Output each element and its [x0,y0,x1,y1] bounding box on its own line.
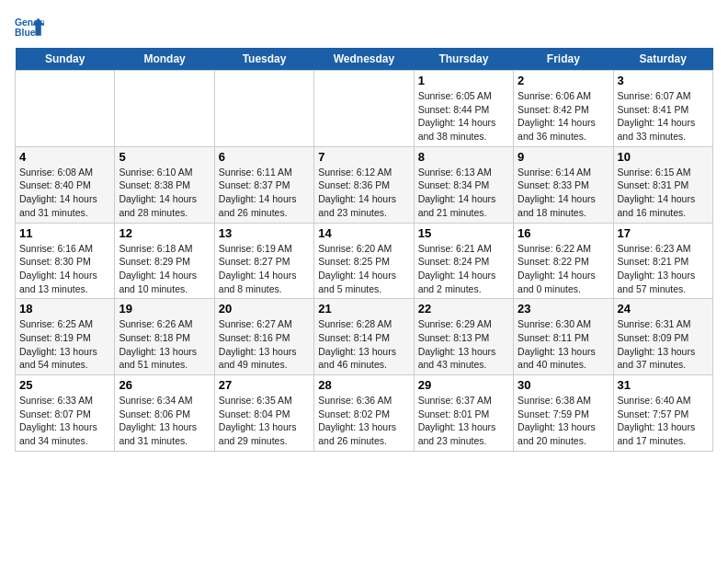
calendar-cell: 3Sunrise: 6:07 AM Sunset: 8:41 PM Daylig… [613,71,712,147]
calendar-cell: 13Sunrise: 6:19 AM Sunset: 8:27 PM Dayli… [214,223,313,299]
calendar-cell: 12Sunrise: 6:18 AM Sunset: 8:29 PM Dayli… [115,223,214,299]
calendar-cell: 31Sunrise: 6:40 AM Sunset: 7:57 PM Dayli… [613,375,712,452]
day-info: Sunrise: 6:34 AM Sunset: 8:06 PM Dayligh… [119,394,210,448]
calendar-week-5: 25Sunrise: 6:33 AM Sunset: 8:07 PM Dayli… [16,375,713,452]
day-info: Sunrise: 6:37 AM Sunset: 8:01 PM Dayligh… [418,394,509,448]
calendar-cell: 7Sunrise: 6:12 AM Sunset: 8:36 PM Daylig… [314,146,414,223]
day-info: Sunrise: 6:22 AM Sunset: 8:22 PM Dayligh… [518,242,609,296]
day-number: 28 [318,378,409,392]
calendar-week-3: 11Sunrise: 6:16 AM Sunset: 8:30 PM Dayli… [16,223,713,299]
day-number: 26 [119,378,210,392]
calendar-cell: 15Sunrise: 6:21 AM Sunset: 8:24 PM Dayli… [414,223,513,299]
day-number: 16 [518,226,609,240]
calendar-cell [214,71,313,147]
day-number: 24 [618,302,709,316]
calendar-cell: 29Sunrise: 6:37 AM Sunset: 8:01 PM Dayli… [414,375,513,452]
day-number: 11 [19,226,110,240]
calendar-cell: 11Sunrise: 6:16 AM Sunset: 8:30 PM Dayli… [16,223,115,299]
logo-icon: General Blue [15,15,44,40]
day-number: 14 [318,226,409,240]
day-number: 29 [418,378,509,392]
day-info: Sunrise: 6:21 AM Sunset: 8:24 PM Dayligh… [418,242,509,296]
day-info: Sunrise: 6:18 AM Sunset: 8:29 PM Dayligh… [119,242,210,296]
day-info: Sunrise: 6:14 AM Sunset: 8:33 PM Dayligh… [518,166,609,220]
calendar-cell: 2Sunrise: 6:06 AM Sunset: 8:42 PM Daylig… [514,71,613,147]
calendar-cell: 16Sunrise: 6:22 AM Sunset: 8:22 PM Dayli… [514,223,613,299]
day-number: 15 [418,226,509,240]
day-number: 3 [618,74,709,87]
day-info: Sunrise: 6:28 AM Sunset: 8:14 PM Dayligh… [318,317,409,372]
day-number: 4 [19,150,110,164]
day-number: 6 [219,150,310,164]
calendar-week-4: 18Sunrise: 6:25 AM Sunset: 8:19 PM Dayli… [16,299,713,375]
calendar-week-1: 1Sunrise: 6:05 AM Sunset: 8:44 PM Daylig… [16,71,713,147]
day-number: 25 [19,378,110,392]
calendar-cell: 23Sunrise: 6:30 AM Sunset: 8:11 PM Dayli… [514,299,613,375]
day-header-friday: Friday [514,48,613,71]
calendar-cell: 5Sunrise: 6:10 AM Sunset: 8:38 PM Daylig… [115,146,214,223]
calendar-cell: 21Sunrise: 6:28 AM Sunset: 8:14 PM Dayli… [314,299,414,375]
day-number: 8 [418,150,509,164]
day-info: Sunrise: 6:40 AM Sunset: 7:57 PM Dayligh… [618,394,709,448]
calendar-cell: 30Sunrise: 6:38 AM Sunset: 7:59 PM Dayli… [514,375,613,452]
day-info: Sunrise: 6:05 AM Sunset: 8:44 PM Dayligh… [418,89,509,144]
day-number: 9 [518,150,609,164]
calendar-cell: 8Sunrise: 6:13 AM Sunset: 8:34 PM Daylig… [414,146,513,223]
day-info: Sunrise: 6:10 AM Sunset: 8:38 PM Dayligh… [119,166,210,220]
day-header-thursday: Thursday [414,48,513,71]
day-info: Sunrise: 6:19 AM Sunset: 8:27 PM Dayligh… [219,242,310,296]
calendar-cell: 18Sunrise: 6:25 AM Sunset: 8:19 PM Dayli… [16,299,115,375]
calendar-cell: 19Sunrise: 6:26 AM Sunset: 8:18 PM Dayli… [115,299,214,375]
day-info: Sunrise: 6:25 AM Sunset: 8:19 PM Dayligh… [19,317,110,372]
day-info: Sunrise: 6:26 AM Sunset: 8:18 PM Dayligh… [119,317,210,372]
day-info: Sunrise: 6:33 AM Sunset: 8:07 PM Dayligh… [19,394,110,448]
logo: General Blue [15,15,44,40]
day-number: 27 [219,378,310,392]
day-number: 21 [318,302,409,316]
calendar-cell [115,71,214,147]
day-info: Sunrise: 6:06 AM Sunset: 8:42 PM Dayligh… [518,89,609,144]
day-info: Sunrise: 6:38 AM Sunset: 7:59 PM Dayligh… [518,394,609,448]
day-number: 22 [418,302,509,316]
day-number: 30 [518,378,609,392]
calendar-cell: 17Sunrise: 6:23 AM Sunset: 8:21 PM Dayli… [613,223,712,299]
calendar-cell: 1Sunrise: 6:05 AM Sunset: 8:44 PM Daylig… [414,71,513,147]
day-header-saturday: Saturday [613,48,712,71]
day-number: 18 [19,302,110,316]
day-header-monday: Monday [115,48,214,71]
calendar-cell: 20Sunrise: 6:27 AM Sunset: 8:16 PM Dayli… [214,299,313,375]
calendar-cell: 10Sunrise: 6:15 AM Sunset: 8:31 PM Dayli… [613,146,712,223]
day-info: Sunrise: 6:15 AM Sunset: 8:31 PM Dayligh… [618,166,709,220]
calendar-header-row: SundayMondayTuesdayWednesdayThursdayFrid… [16,48,713,71]
day-number: 13 [219,226,310,240]
calendar-cell [16,71,115,147]
calendar-cell: 24Sunrise: 6:31 AM Sunset: 8:09 PM Dayli… [613,299,712,375]
day-info: Sunrise: 6:27 AM Sunset: 8:16 PM Dayligh… [219,317,310,372]
calendar-cell: 6Sunrise: 6:11 AM Sunset: 8:37 PM Daylig… [214,146,313,223]
day-number: 5 [119,150,210,164]
calendar-cell: 27Sunrise: 6:35 AM Sunset: 8:04 PM Dayli… [214,375,313,452]
day-number: 12 [119,226,210,240]
calendar-cell: 26Sunrise: 6:34 AM Sunset: 8:06 PM Dayli… [115,375,214,452]
day-number: 2 [518,74,609,87]
calendar-cell: 28Sunrise: 6:36 AM Sunset: 8:02 PM Dayli… [314,375,414,452]
day-info: Sunrise: 6:31 AM Sunset: 8:09 PM Dayligh… [618,317,709,372]
day-info: Sunrise: 6:13 AM Sunset: 8:34 PM Dayligh… [418,166,509,220]
header: General Blue [15,15,713,40]
calendar-table: SundayMondayTuesdayWednesdayThursdayFrid… [15,48,713,452]
day-number: 19 [119,302,210,316]
day-info: Sunrise: 6:07 AM Sunset: 8:41 PM Dayligh… [618,89,709,144]
day-header-sunday: Sunday [16,48,115,71]
calendar-cell: 9Sunrise: 6:14 AM Sunset: 8:33 PM Daylig… [514,146,613,223]
day-number: 17 [618,226,709,240]
day-number: 23 [518,302,609,316]
day-info: Sunrise: 6:12 AM Sunset: 8:36 PM Dayligh… [318,166,409,220]
day-info: Sunrise: 6:16 AM Sunset: 8:30 PM Dayligh… [19,242,110,296]
calendar-cell: 22Sunrise: 6:29 AM Sunset: 8:13 PM Dayli… [414,299,513,375]
day-number: 31 [618,378,709,392]
day-info: Sunrise: 6:23 AM Sunset: 8:21 PM Dayligh… [618,242,709,296]
calendar-cell: 14Sunrise: 6:20 AM Sunset: 8:25 PM Dayli… [314,223,414,299]
calendar-week-2: 4Sunrise: 6:08 AM Sunset: 8:40 PM Daylig… [16,146,713,223]
day-info: Sunrise: 6:08 AM Sunset: 8:40 PM Dayligh… [19,166,110,220]
day-info: Sunrise: 6:29 AM Sunset: 8:13 PM Dayligh… [418,317,509,372]
